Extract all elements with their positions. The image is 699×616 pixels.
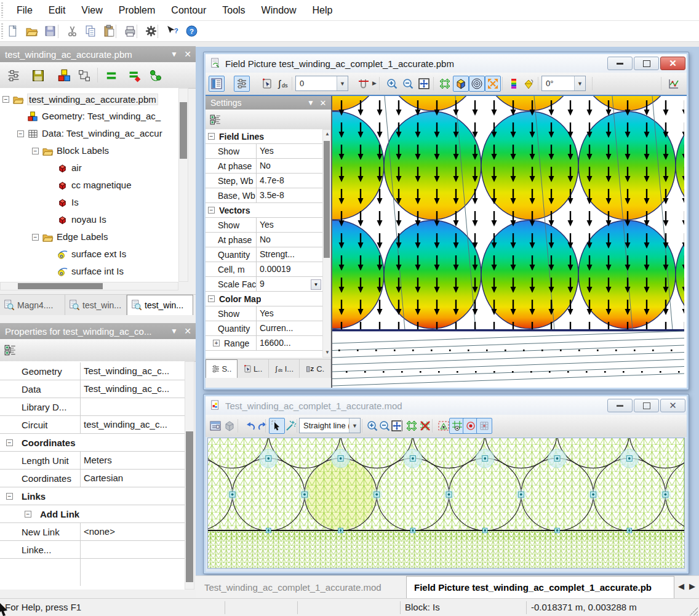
menu-file[interactable]: File (9, 5, 41, 16)
mdi-tab-test-winding-ac-complet-1-accurate-mod[interactable]: Test_winding_ac_complet_1_accurate.mod (197, 576, 404, 598)
chevron-down-icon[interactable]: ▼ (311, 279, 321, 290)
setting-value[interactable]: No (260, 234, 310, 244)
phase-combo[interactable]: 0▼ (295, 76, 348, 91)
setting-row-step-wb[interactable]: Step, Wb4.7e-8 (206, 174, 322, 188)
maximize-button[interactable] (634, 399, 659, 412)
gear-button[interactable] (143, 23, 159, 39)
cube-colored-button[interactable] (453, 76, 469, 92)
menu-edit[interactable]: Edit (41, 5, 74, 16)
close-button[interactable]: ✕ (660, 399, 685, 412)
contour-button[interactable] (356, 76, 372, 92)
green-equals-button[interactable] (102, 66, 121, 85)
tab-l[interactable]: L.. (238, 359, 269, 378)
tree-item-surface-ext-is[interactable]: osurface ext Is (0, 246, 178, 263)
setting-row-show[interactable]: ShowYes (206, 144, 322, 159)
zoom-extents-button[interactable] (416, 76, 432, 92)
setting-value[interactable]: Yes (260, 220, 310, 230)
tree-vertical-scrollbar[interactable] (178, 88, 188, 282)
tree-item-edge-labels[interactable]: −Edge Labels (0, 229, 178, 246)
setting-value[interactable]: 16600... (260, 338, 310, 348)
property-row-add-link[interactable]: −Add Link (0, 505, 185, 523)
menu-contour[interactable]: Contour (163, 5, 214, 16)
next-tab-arrow-icon[interactable]: ▶ (689, 582, 695, 591)
cut-button[interactable] (64, 23, 80, 39)
setting-value[interactable]: 3.5e-8 (260, 190, 310, 200)
menu-view[interactable]: View (73, 5, 110, 16)
property-row-library-d[interactable]: Library D... (0, 398, 185, 416)
tree-scroll-thumb[interactable] (18, 283, 103, 289)
setting-row-cell-m[interactable]: Cell, m0.00019 (206, 262, 322, 277)
copy-button[interactable] (82, 23, 98, 39)
legend-panel-button[interactable] (209, 76, 225, 92)
setting-value[interactable]: Curren... (260, 323, 310, 333)
mesh-x-button[interactable] (417, 418, 433, 434)
tree-item-test-winding-ac-accurate-pbm[interactable]: −test_winding_ac_accurate.pbm (0, 91, 178, 108)
category-button[interactable] (207, 111, 223, 127)
toolbar-grip[interactable] (1, 2, 3, 18)
menu-tools[interactable]: Tools (214, 5, 253, 16)
angle-combo[interactable]: 0°▼ (541, 76, 586, 91)
tab-i[interactable]: ∫dsI... (269, 359, 300, 378)
setting-row-show[interactable]: ShowYes (206, 306, 322, 321)
group-expander[interactable]: − (208, 207, 215, 214)
tree-item-block-labels[interactable]: −Block Labels (0, 143, 178, 160)
tree-item-is[interactable]: Is (0, 194, 178, 212)
property-row-circuit[interactable]: Circuittest_winding_ac_c... (0, 416, 185, 434)
panel-close-icon[interactable]: ✕ (316, 96, 330, 110)
tab-c[interactable]: ZC. (300, 359, 331, 378)
setting-value[interactable]: Yes (260, 146, 310, 156)
panel-menu-icon[interactable]: ▼ (304, 96, 318, 110)
maximize-button[interactable] (634, 57, 659, 70)
help-button[interactable]: ? (183, 23, 199, 39)
tab-magn4-0[interactable]: Magn4.... (0, 295, 65, 315)
tree-item-geometry-test-winding-ac[interactable]: Geometry: Test_winding_ac_ (0, 108, 178, 126)
category-button[interactable] (2, 342, 18, 358)
open-folder-button[interactable] (23, 23, 39, 39)
field-canvas[interactable] (332, 96, 687, 388)
setting-value[interactable]: 4.7e-8 (260, 175, 310, 185)
setting-row-color-map[interactable]: −Color Map (206, 292, 322, 306)
property-value[interactable]: Test_winding_ac_c... (84, 383, 182, 394)
setting-value[interactable]: Yes (260, 308, 310, 318)
tree-expander[interactable]: − (32, 234, 39, 241)
tab-s[interactable]: S.. (206, 359, 238, 378)
property-row-linke[interactable]: Linke... (0, 541, 185, 559)
settings-vertical-scrollbar[interactable]: ▲▼ (322, 129, 331, 358)
mdi-tab-field-picture-test-winding-ac-complet-1-accurate-pb[interactable]: Field Picture test_winding_ac_complet_1_… (406, 576, 674, 598)
setting-row-field-lines[interactable]: −Field Lines (206, 129, 322, 144)
property-row-data[interactable]: DataTest_winding_ac_c... (0, 380, 185, 398)
sliders-button[interactable] (234, 76, 250, 92)
scroll-down-icon[interactable]: ▼ (323, 348, 332, 357)
zoom-out-button[interactable] (400, 76, 416, 92)
menu-problem[interactable]: Problem (111, 5, 164, 16)
add-figure-combo[interactable]: Straight line (0°▼ (299, 418, 361, 433)
group-expander[interactable]: − (6, 493, 13, 500)
range-expander[interactable]: + (213, 340, 220, 346)
property-row-length-unit[interactable]: Length UnitMeters (0, 452, 185, 470)
panel-close-icon[interactable]: ✕ (181, 46, 194, 62)
property-value[interactable]: Meters (84, 455, 182, 465)
tab-test-win-2[interactable]: test_win... (127, 295, 193, 315)
menu-help[interactable]: Help (305, 5, 341, 16)
tab-test-win-1[interactable]: test_win... (65, 295, 127, 315)
tree-item-air[interactable]: air (0, 160, 178, 177)
xy-plot-button[interactable] (666, 76, 682, 92)
setting-row-base-wb[interactable]: Base, Wb3.5e-8 (206, 188, 322, 203)
tree-item-cc-magnetique[interactable]: cc magnetique (0, 177, 178, 194)
properties-scroll-thumb[interactable] (186, 431, 193, 582)
minimize-button[interactable] (607, 57, 633, 70)
mesh-green-button[interactable] (437, 76, 453, 92)
concentric-button[interactable] (469, 76, 485, 92)
property-row-new-link[interactable]: New Link<none> (0, 523, 185, 541)
tree-horizontal-scrollbar[interactable] (0, 282, 178, 290)
setting-row-show[interactable]: ShowYes (206, 218, 322, 233)
chevron-down-icon[interactable]: ▼ (574, 76, 585, 90)
property-row-geometry[interactable]: GeometryTest_winding_ac_c... (0, 362, 185, 380)
save-button[interactable] (42, 23, 58, 39)
geometry-cubes-button[interactable] (55, 66, 74, 85)
tree-item-noyau-is[interactable]: noyau Is (0, 212, 178, 229)
new-document-button[interactable] (5, 23, 21, 39)
toolbar-grip[interactable] (1, 23, 3, 39)
grid-dots-button[interactable] (476, 418, 492, 434)
property-value[interactable]: Cartesian (84, 473, 182, 483)
